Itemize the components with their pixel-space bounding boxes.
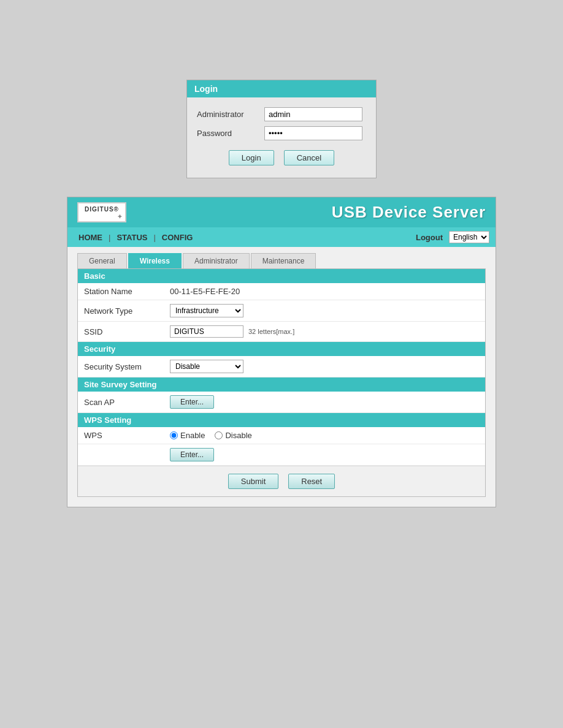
scan-ap-row: Scan AP Enter... [78,392,485,413]
tab-general[interactable]: General [77,253,127,268]
device-server: DIGITUS® ✦ USB Device Server HOME | STAT… [67,197,496,507]
scan-ap-label: Scan AP [84,398,170,407]
bottom-buttons: Submit Reset [78,466,485,496]
wps-radio-group: Enable Disable [170,431,252,440]
nav-sep-1: | [107,233,112,242]
ssid-row: SSID 32 letters[max.] [78,322,485,342]
device-server-wrapper: DIGITUS® ✦ USB Device Server HOME | STAT… [67,197,496,507]
logo-text: DIGITUS [85,206,114,213]
ssid-input[interactable] [170,325,243,338]
login-overlay: Login Administrator Password Login Cance… [0,0,563,178]
tab-administrator[interactable]: Administrator [183,253,250,268]
wps-label: WPS [84,431,170,440]
wps-enable-option[interactable]: Enable [170,431,205,440]
tab-maintenance[interactable]: Maintenance [251,253,316,268]
network-type-row: Network Type Infrastructure Ad-hoc [78,300,485,322]
nav-config[interactable]: CONFIG [157,233,198,242]
nav-status[interactable]: STATUS [112,233,152,242]
admin-row: Administrator [197,107,366,121]
network-type-label: Network Type [84,306,170,316]
login-title: Login [187,80,376,97]
station-name-value: 00-11-E5-FE-FE-20 [170,287,240,296]
admin-input[interactable] [264,107,362,121]
wps-disable-radio[interactable] [215,431,223,439]
cancel-button[interactable]: Cancel [284,150,334,165]
section-site-survey: Site Survey Setting [78,377,485,392]
login-dialog: Login Administrator Password Login Cance… [186,80,377,178]
wps-disable-option[interactable]: Disable [215,431,251,440]
ds-logo: DIGITUS® ✦ [77,202,126,222]
security-system-label: Security System [84,362,170,371]
ds-tabs: General Wireless Administrator Maintenan… [77,253,486,268]
password-row: Password [197,126,366,140]
station-name-label: Station Name [84,287,170,296]
ssid-hint: 32 letters[max.] [248,328,294,335]
scan-ap-enter-button[interactable]: Enter... [170,395,214,409]
ds-content: General Wireless Administrator Maintenan… [67,247,496,507]
ds-header: DIGITUS® ✦ USB Device Server [67,197,496,227]
ds-panel: Basic Station Name 00-11-E5-FE-FE-20 Net… [77,268,486,497]
section-basic: Basic [78,269,485,283]
language-select[interactable]: English [449,231,489,243]
ds-nav: HOME | STATUS | CONFIG Logout English [67,227,496,247]
login-buttons: Login Cancel [187,150,376,165]
nav-home[interactable]: HOME [74,233,107,242]
security-system-select[interactable]: Disable WEP WPA-PSK WPA2-PSK [170,360,243,373]
wps-enter-button[interactable]: Enter... [170,448,214,461]
network-type-select[interactable]: Infrastructure Ad-hoc [170,304,243,317]
station-name-row: Station Name 00-11-E5-FE-FE-20 [78,283,485,300]
password-label: Password [197,129,264,138]
section-wps: WPS Setting [78,413,485,427]
security-system-row: Security System Disable WEP WPA-PSK WPA2… [78,356,485,377]
admin-label: Administrator [197,110,264,119]
wps-enable-label: Enable [180,431,205,440]
tab-wireless[interactable]: Wireless [128,253,182,268]
nav-right: Logout English [416,231,489,243]
submit-button[interactable]: Submit [228,474,278,489]
nav-sep-2: | [152,233,156,242]
ds-title: USB Device Server [332,203,486,222]
wps-disable-label: Disable [225,431,251,440]
login-button[interactable]: Login [229,150,274,165]
wps-enter-row: Enter... [78,444,485,466]
password-input[interactable] [264,126,362,140]
wps-enable-radio[interactable] [170,431,178,439]
ssid-label: SSID [84,327,170,336]
reset-button[interactable]: Reset [288,474,335,489]
section-security: Security [78,342,485,356]
wps-row: WPS Enable Disable [78,427,485,444]
nav-logout[interactable]: Logout [416,233,443,242]
logo-sup: ® [114,206,119,213]
